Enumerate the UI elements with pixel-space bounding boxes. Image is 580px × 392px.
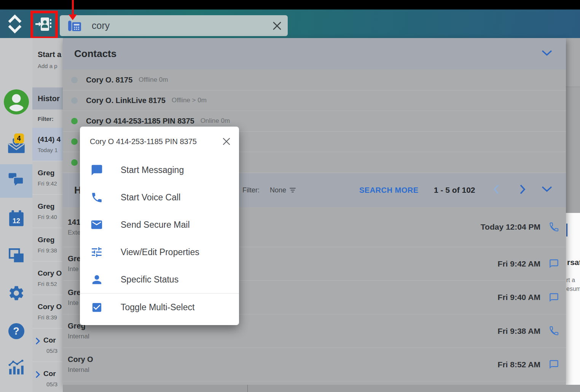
chat-bubbles-icon [8, 172, 25, 190]
avatar-icon [3, 89, 30, 117]
contact-row[interactable]: Cory O. 8175 Offline 0m [63, 70, 566, 90]
history-item[interactable]: Greg Fri 9:40 [32, 195, 63, 228]
message-icon [90, 164, 104, 176]
presence-offline-dot [71, 77, 78, 83]
annotation-arrow-head [69, 14, 77, 20]
sidebar-item-calendar[interactable]: 12 [0, 203, 32, 236]
annotation-red-box [30, 11, 58, 39]
contact-row[interactable]: Cory O. LinkLive 8175 Offline > 0m [63, 90, 566, 111]
history-item[interactable]: Cory O Fri 8:52 [32, 262, 63, 295]
fax-phone-icon [67, 19, 82, 33]
page-next-icon[interactable] [519, 184, 526, 196]
mail-icon [90, 218, 104, 231]
conversation-title-fragment: rsat [567, 258, 580, 267]
start-call-subtitle: Add a p [38, 63, 63, 69]
sliders-icon [90, 246, 104, 259]
menu-item-view-edit-properties[interactable]: View/Edit Properties [80, 238, 239, 266]
text-caret [566, 224, 567, 236]
conversation-text-fragment: rt a [566, 277, 575, 284]
app-logo-icon [5, 14, 25, 36]
gear-icon [8, 284, 25, 303]
help-icon: ? [8, 322, 25, 340]
history-group-item[interactable]: Cor 05/3 [32, 329, 63, 362]
app-window: cory [0, 0, 580, 392]
clear-search-icon[interactable] [272, 21, 282, 31]
address-book-arrow-icon[interactable] [35, 16, 53, 34]
close-icon[interactable] [221, 136, 231, 146]
page-previous-icon[interactable] [493, 184, 499, 196]
filter-icon [289, 187, 296, 193]
sidebar-item-training[interactable] [0, 389, 32, 392]
analytics-chart-icon [8, 359, 25, 378]
start-call-block[interactable]: Start a Add a p [32, 38, 63, 87]
question-mark-glyph: ? [8, 322, 25, 340]
chevron-right-icon [35, 371, 40, 378]
collapse-contacts-icon[interactable] [542, 50, 552, 58]
popup-title: Cory O 414-253-1185 PIN 8375 [90, 137, 197, 146]
presence-offline-dot [71, 97, 78, 104]
menu-item-start-voice-call[interactable]: Start Voice Call [80, 184, 239, 211]
sidebar-item-analytics[interactable] [0, 352, 32, 385]
presence-online-dot [71, 118, 78, 124]
history-item[interactable]: Greg Fri 9:42 [32, 161, 63, 195]
sidebar-item-secure-mail[interactable]: 4 [0, 129, 32, 162]
filter-value[interactable]: None [270, 186, 296, 194]
pagination-range: 1 - 5 of 102 [434, 186, 475, 195]
start-call-title: Start a [38, 50, 63, 59]
sidebar-item-help[interactable]: ? [0, 315, 32, 348]
history-group-item[interactable]: Cor 05/3 [32, 362, 63, 392]
presence-online-dot [71, 159, 78, 166]
calendar-icon: 12 [8, 210, 25, 229]
sidebar-item-profile[interactable] [0, 88, 32, 117]
search-value[interactable]: cory [92, 20, 110, 31]
left-nav-rail: 4 12 [0, 38, 33, 392]
popup-header: Cory O 414-253-1185 PIN 8375 [80, 127, 239, 156]
history-side-panel: Start a Add a p Histor Filter: (414) 4 T… [32, 38, 63, 392]
chevron-right-icon [35, 337, 40, 345]
history-item[interactable]: Greg Fri 9:38 [32, 228, 63, 262]
menu-item-send-secure-mail[interactable]: Send Secure Mail [80, 211, 239, 238]
chat-outline-icon [549, 359, 559, 370]
secure-mail-shield-icon: 4 [7, 136, 26, 155]
search-input[interactable]: cory [60, 15, 288, 36]
annotation-arrow-line [72, 0, 74, 15]
unread-badge: 4 [14, 133, 24, 143]
menu-item-specific-status[interactable]: Specific Status [80, 266, 239, 293]
phone-outline-icon [549, 222, 559, 232]
menu-item-toggle-multi-select[interactable]: Toggle Multi-Select [80, 294, 239, 321]
history-panel-filter-label[interactable]: Filter: [32, 110, 63, 128]
sidebar-item-settings[interactable] [0, 278, 32, 310]
sidebar-item-messaging[interactable] [0, 164, 32, 198]
background-conversation-pane: rsat rt a esum [566, 213, 580, 385]
history-item[interactable]: Cory O Fri 8:39 [32, 295, 63, 329]
filter-label: Filter: [242, 186, 260, 194]
history-item[interactable]: (414) 4 Today 1 [32, 128, 63, 161]
chat-outline-icon [549, 259, 559, 269]
background-page-mid [566, 87, 580, 213]
checkbox-icon [90, 302, 104, 313]
contacts-section-header: Contacts [63, 38, 566, 70]
contacts-title: Contacts [74, 48, 116, 60]
background-bottom-strip [63, 385, 580, 392]
menu-item-start-messaging[interactable]: Start Messaging [80, 156, 239, 184]
contact-actions-popup: Cory O 414-253-1185 PIN 8375 Start Messa… [80, 127, 239, 325]
chat-outline-icon [549, 292, 559, 303]
history-result-row[interactable]: Cory O Internal Fri 8:52 AM [63, 348, 566, 381]
background-bottom-divider [247, 385, 248, 392]
presence-online-dot [71, 138, 78, 145]
top-black-strip [0, 0, 580, 10]
collapse-history-icon[interactable] [542, 186, 552, 194]
phone-outline-icon [549, 326, 559, 336]
person-icon [90, 273, 104, 286]
sidebar-item-windows[interactable] [0, 240, 32, 273]
history-panel-header: Histor [32, 87, 63, 110]
overlapping-windows-icon [8, 248, 25, 265]
search-more-button[interactable]: SEARCH MORE [359, 186, 419, 195]
calendar-day-label: 12 [13, 217, 20, 225]
phone-icon [90, 191, 104, 204]
background-page-top [566, 38, 580, 87]
conversation-text-fragment: esum [566, 286, 580, 292]
